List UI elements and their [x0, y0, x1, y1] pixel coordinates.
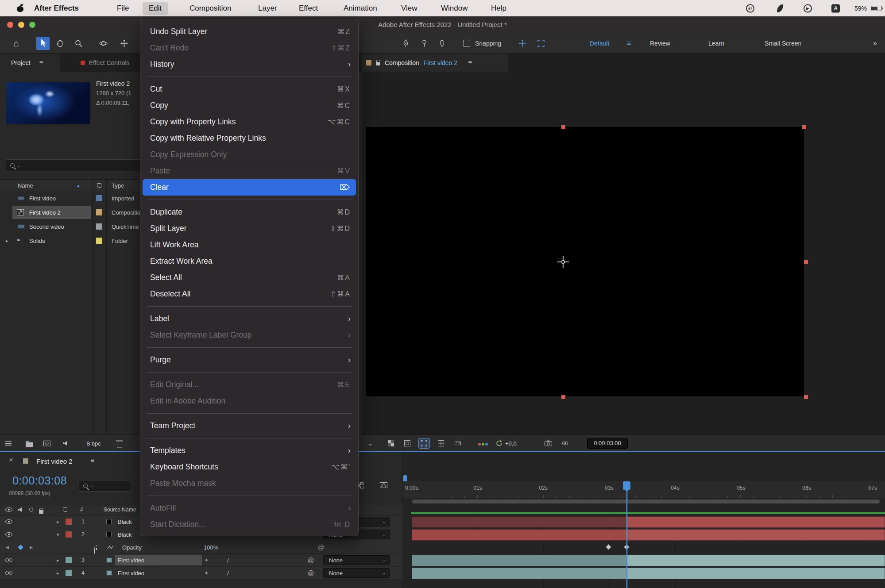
layer-bar-3-right[interactable] [627, 555, 885, 566]
pickwhip-icon[interactable]: @ [318, 544, 324, 551]
quality-icon[interactable]: / [227, 570, 229, 576]
mask-visibility-icon[interactable] [402, 438, 413, 448]
anchor-point-icon[interactable] [557, 256, 569, 268]
menu-item-copy-with-property-links[interactable]: Copy with Property Links⌥⌘C [143, 114, 356, 130]
label-color-swatch[interactable] [96, 195, 102, 201]
quality-icon[interactable]: / [227, 557, 229, 564]
selection-handle[interactable] [561, 125, 565, 129]
snapping-checkbox[interactable] [463, 40, 470, 47]
current-timecode[interactable]: 0:00:03:08 [12, 474, 67, 487]
lock-column-icon[interactable] [39, 510, 43, 514]
selection-handle[interactable] [561, 395, 565, 399]
menu-file[interactable]: File [117, 4, 129, 13]
trash-icon[interactable] [117, 442, 122, 448]
panel-menu-icon[interactable]: ≡ [90, 457, 94, 465]
layer-row-3[interactable]: ▸ 3 First video ⌖ / @ None ⌄ [0, 554, 402, 567]
layer-row-4[interactable]: ▸ 4 First video ⌖ / @ None ⌄ [0, 567, 402, 580]
current-time-indicator-handle[interactable] [623, 481, 630, 490]
workspace-overflow-icon[interactable]: » [873, 39, 877, 47]
workspace-review[interactable]: Review [650, 40, 670, 47]
menu-item-split-layer[interactable]: Split Layer⇧⌘D [143, 220, 356, 237]
puppet-pin-tool-icon[interactable] [439, 39, 445, 47]
play-circle-status-icon[interactable]: ▶ [804, 4, 812, 12]
layer-bar-2-left[interactable] [412, 529, 627, 541]
layer-bar-2-right[interactable] [627, 529, 885, 541]
menu-item-templates[interactable]: Templates› [143, 442, 356, 459]
visibility-eye-icon[interactable] [5, 571, 12, 575]
work-area-bar[interactable] [412, 499, 880, 504]
menu-help[interactable]: Help [491, 4, 506, 13]
pen-tool-icon[interactable] [403, 39, 409, 47]
menu-item-cut[interactable]: Cut⌘X [143, 81, 356, 97]
footage-preview-thumbnail[interactable] [6, 82, 90, 124]
selection-handle[interactable] [802, 125, 806, 129]
status-gauge-icon[interactable]: 97 [746, 4, 754, 12]
region-of-interest-icon[interactable] [419, 438, 429, 448]
add-keyframe-icon[interactable] [18, 545, 23, 550]
new-composition-icon[interactable] [43, 440, 50, 446]
menu-item-purge[interactable]: Purge› [143, 352, 356, 368]
label-color-swatch[interactable] [96, 223, 102, 230]
layer-name[interactable]: First video [118, 557, 144, 564]
project-item-name[interactable]: Second video [29, 223, 64, 230]
menu-item-team-project[interactable]: Team Project› [143, 418, 356, 434]
project-item-name[interactable]: Solids [29, 238, 45, 244]
workspace-small-screen[interactable]: Small Screen [765, 40, 801, 47]
parent-link-dropdown[interactable]: None ⌄ [323, 568, 390, 578]
layer-name[interactable]: First video [118, 570, 144, 576]
column-type-header[interactable]: Type [112, 182, 124, 188]
pickwhip-icon[interactable]: @ [308, 557, 314, 564]
app-menu[interactable]: After Effects [34, 4, 79, 13]
home-icon[interactable]: ⌂ [13, 38, 19, 49]
layer-bar-4-right[interactable] [627, 568, 885, 579]
label-column-icon[interactable] [97, 183, 101, 188]
window-title-bar[interactable]: Adobe After Effects 2022 - Untitled Proj… [0, 16, 885, 33]
twirl-icon[interactable]: ▸ [57, 519, 59, 525]
menu-view[interactable]: View [401, 4, 417, 13]
previous-keyframe-icon[interactable]: ◀ [6, 545, 9, 550]
grid-guides-icon[interactable] [436, 438, 446, 448]
tab-effect-controls[interactable]: Effect Controls [76, 54, 134, 72]
new-folder-icon[interactable] [26, 442, 33, 447]
visibility-eye-icon[interactable] [5, 532, 12, 537]
label-color-swatch[interactable] [96, 209, 102, 215]
tab-project[interactable]: Project ≡ [0, 54, 60, 72]
menu-item-deselect-all[interactable]: Deselect All⇧⌘A [143, 286, 356, 302]
selection-handle[interactable] [804, 395, 808, 399]
menu-item-keyboard-shortcuts[interactable]: Keyboard Shortcuts⌥⌘' [143, 459, 356, 475]
next-keyframe-icon[interactable]: ▶ [30, 545, 33, 550]
list-view-icon[interactable] [5, 441, 12, 446]
composition-viewport[interactable] [366, 127, 804, 396]
label-color-swatch[interactable] [96, 238, 102, 244]
selection-tool-icon[interactable] [36, 37, 50, 50]
snapshot-camera-icon[interactable] [545, 440, 552, 446]
project-item-name[interactable]: First video [29, 195, 56, 202]
roto-brush-tool-icon[interactable] [421, 39, 428, 47]
hand-tool-icon[interactable] [56, 39, 64, 47]
project-bit-depth[interactable]: 8 bpc [87, 440, 101, 446]
current-time-indicator-line[interactable] [626, 482, 627, 588]
video-column-eye-icon[interactable] [5, 507, 12, 512]
lock-icon[interactable] [376, 62, 380, 65]
menu-item-label[interactable]: Label› [143, 311, 356, 327]
show-snapshot-icon[interactable] [562, 440, 568, 446]
layer-label-color[interactable] [66, 557, 72, 563]
input-source-icon[interactable]: A [831, 4, 840, 12]
workspace-menu-icon[interactable]: ≡ [627, 39, 631, 47]
snap-bounds-icon[interactable] [537, 40, 545, 47]
menu-item-duplicate[interactable]: Duplicate⌘D [143, 204, 356, 220]
orbit-camera-tool-icon[interactable] [99, 40, 108, 46]
menu-item-copy-with-relative-property-links[interactable]: Copy with Relative Property Links [143, 130, 356, 146]
menu-window[interactable]: Window [441, 4, 468, 13]
audio-icon[interactable] [63, 441, 68, 446]
panel-menu-icon[interactable]: ≡ [468, 59, 472, 67]
pan-behind-tool-icon[interactable] [120, 39, 128, 47]
zoom-tool-icon[interactable] [75, 39, 82, 47]
twirl-icon[interactable]: ▸ [6, 238, 8, 244]
collapse-transformations-icon[interactable]: ⌖ [205, 570, 208, 576]
layer-label-color[interactable] [66, 531, 72, 538]
close-panel-icon[interactable]: × [9, 456, 13, 465]
property-value[interactable]: 100% [204, 544, 218, 551]
workspace-default[interactable]: Default [590, 40, 609, 47]
sort-ascending-icon[interactable]: ▲ [76, 183, 81, 188]
